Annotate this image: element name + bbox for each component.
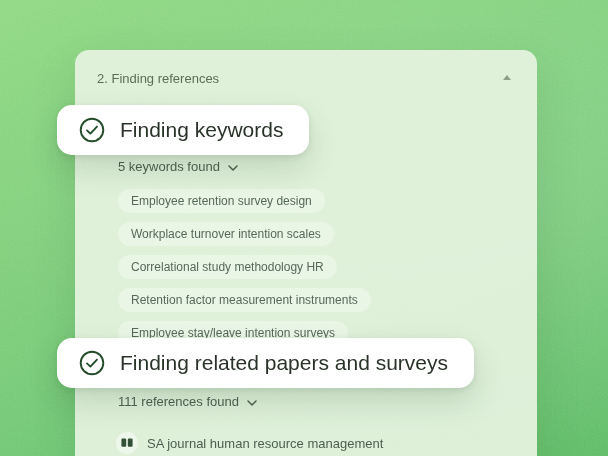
- card-title: 2. Finding references: [97, 71, 219, 86]
- keyword-chip: Employee retention survey design: [118, 189, 325, 213]
- keyword-chip: Correlational study methodology HR: [118, 255, 337, 279]
- reference-list-item[interactable]: SA journal human resource management: [116, 432, 383, 454]
- keywords-summary-toggle[interactable]: 5 keywords found: [118, 159, 239, 174]
- step-label: Finding keywords: [120, 118, 283, 142]
- chevron-down-icon: [246, 397, 258, 407]
- check-circle-icon: [79, 117, 105, 143]
- open-book-icon: [116, 432, 138, 454]
- reference-title: SA journal human resource management: [147, 436, 383, 451]
- check-circle-icon: [79, 350, 105, 376]
- finding-references-card: 2. Finding references Finding keywords 5…: [75, 50, 537, 456]
- step-callout-references: Finding related papers and surveys: [57, 338, 474, 388]
- collapse-button[interactable]: [501, 72, 513, 82]
- references-summary-toggle[interactable]: 111 references found: [118, 394, 258, 409]
- chevron-down-icon: [227, 162, 239, 172]
- keyword-chip: Workplace turnover intention scales: [118, 222, 334, 246]
- references-summary-label: 111 references found: [118, 394, 239, 409]
- caret-up-icon: [502, 74, 512, 81]
- step-callout-keywords: Finding keywords: [57, 105, 309, 155]
- step-label: Finding related papers and surveys: [120, 351, 448, 375]
- keywords-summary-label: 5 keywords found: [118, 159, 220, 174]
- keyword-chip: Retention factor measurement instruments: [118, 288, 371, 312]
